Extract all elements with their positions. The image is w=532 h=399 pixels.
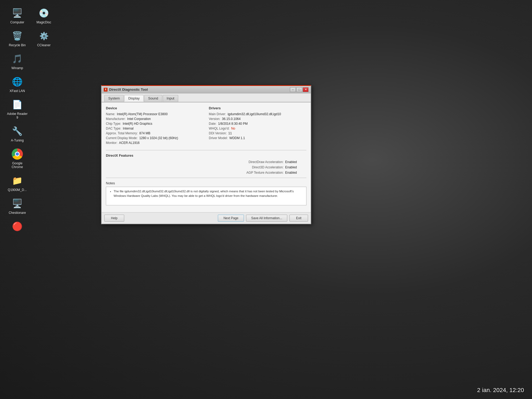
datetime-display: 2 ian. 2024, 12:20 [477,387,524,394]
feature-directdraw-row: DirectDraw Acceleration: Enabled [106,160,306,164]
device-memory-value: 874 MB [139,131,203,135]
desktop-icon-atuning[interactable]: 🔧 A-Tuning [5,123,29,144]
dialog-title-text: DirectX Diagnostic Tool [109,88,148,92]
device-displaymode-value: 1280 x 1024 (32 bit) (60Hz) [139,136,203,140]
device-chiptype-label: Chip Type: [106,122,121,126]
driver-maindriver-row: Main Driver: igdumdim32.dll,igd10iumd32.… [209,112,306,116]
dialog-content: Device Name: Intel(R) Atom(TM) Processor… [102,102,311,212]
feature-agp-label: AGP Texture Acceleration: [230,171,284,174]
desktop-icon-winamp[interactable]: 🎵 Winamp [5,51,29,71]
driver-date-row: Date: 1/8/2014 8:30:40 PM [209,122,306,126]
desktop-icon-chrome[interactable]: Google Chrome [5,146,29,170]
directx-title-icon: X [104,88,107,92]
device-manufacturer-row: Manufacturer: Intel Corporation [106,117,203,121]
device-section-title: Device [106,106,203,110]
device-dactype-value: Internal [123,127,203,130]
drivers-section-title: Drivers [209,106,306,110]
tab-system[interactable]: System [104,95,124,102]
desktop-icon-recycle[interactable]: 🗑️ Recycle Bin [5,28,29,48]
device-name-row: Name: Intel(R) Atom(TM) Processor E3800 [106,112,203,116]
feature-direct3d-row: Direct3D Acceleration: Enabled [106,165,306,169]
driver-model-value: WDDM 1.1 [229,136,306,140]
q1900-icon: 📁 [11,174,24,187]
device-memory-label: Approx. Total Memory: [106,131,138,135]
feature-direct3d-value: Enabled [285,165,306,169]
driver-ddi-label: DDI Version: [209,131,227,135]
minimize-button[interactable]: − [290,87,296,92]
driver-version-value: 36.15.0.1064 [222,117,306,121]
feature-directdraw-value: Enabled [285,160,306,164]
desktop-icon-computer[interactable]: 🖥️ Computer [5,5,29,26]
chrome-icon [11,148,24,160]
driver-version-row: Version: 36.15.0.1064 [209,117,306,121]
desktop-icon-magicdisc[interactable]: 💿 MagicDisc [32,5,56,26]
device-dactype-label: DAC Type: [106,127,121,130]
magicdisc-label: MagicDisc [36,20,51,24]
dialog-controls: − □ ✕ [290,87,309,92]
chestionare-icon: 🖥️ [11,197,24,210]
xfastlan-label: XFast LAN [10,89,25,93]
feature-direct3d-label: Direct3D Acceleration: [230,165,284,169]
save-all-button[interactable]: Save All Information... [246,215,287,222]
device-monitor-row: Monitor: ACER AL1916 [106,141,203,145]
exit-button[interactable]: Exit [289,215,308,222]
directx-features-title: DirectX Features [106,153,306,157]
help-button[interactable]: Help [104,215,124,222]
notes-section: Notes The file igdumdim32.dll,igd10iumd3… [106,181,306,205]
next-page-button[interactable]: Next Page [218,215,244,222]
device-displaymode-row: Current Display Mode: 1280 x 1024 (32 bi… [106,136,203,140]
recycle-label: Recycle Bin [9,43,26,47]
device-drivers-section: Device Name: Intel(R) Atom(TM) Processor… [106,106,306,146]
device-chiptype-row: Chip Type: Intel(R) HD Graphics [106,122,203,126]
ccleaner-icon: ⚙️ [38,30,50,42]
device-displaymode-label: Current Display Mode: [106,136,138,140]
driver-ddi-value: 11 [228,131,306,135]
device-name-value: Intel(R) Atom(TM) Processor E3800 [117,112,203,116]
device-manufacturer-value: Intel Corporation [127,117,203,121]
driver-whql-value: No [231,127,306,130]
feature-agp-row: AGP Texture Acceleration: Enabled [106,171,306,174]
desktop-icon-adobe[interactable]: 📄 Adobe Reader 9 [5,97,29,121]
adobe-label: Adobe Reader 9 [7,112,28,119]
dialog-title-left: X DirectX Diagnostic Tool [104,88,148,92]
tab-display[interactable]: Display [124,95,144,102]
close-button[interactable]: ✕ [303,87,309,92]
notes-title: Notes [106,181,306,185]
atuning-icon: 🔧 [11,125,24,138]
desktop-icon-chestionare[interactable]: 🖥️ Chestionare [5,196,29,216]
device-column: Device Name: Intel(R) Atom(TM) Processor… [106,106,203,146]
desktop-icons: 🖥️ Computer 💿 MagicDisc 🗑️ Recycle Bin ⚙… [5,5,56,235]
drivers-column: Drivers Main Driver: igdumdim32.dll,igd1… [209,106,306,146]
dialog-buttons: Help Next Page Save All Information... E… [102,212,311,224]
device-chiptype-value: Intel(R) HD Graphics [123,122,203,126]
driver-maindriver-value: igdumdim32.dll,igd10iumd32.dll,igd10 [228,112,306,116]
driver-maindriver-label: Main Driver: [209,112,226,116]
feature-agp-value: Enabled [285,171,306,174]
bottom-icon: 🔴 [11,220,24,233]
notes-text: The file igdumdim32.dll,igd10iumd32.dll,… [114,189,303,198]
device-memory-row: Approx. Total Memory: 874 MB [106,131,203,135]
directx-dialog: X DirectX Diagnostic Tool − □ ✕ System D… [101,85,311,224]
desktop-icon-ccleaner[interactable]: ⚙️ CCleaner [32,28,56,48]
divider-1 [106,150,306,150]
atuning-label: A-Tuning [11,139,24,142]
device-name-label: Name: [106,112,115,116]
desktop-icon-xfastlan[interactable]: 🌐 XFast LAN [5,74,29,94]
xfastlan-icon: 🌐 [11,75,24,88]
tab-sound[interactable]: Sound [144,95,162,102]
driver-ddi-row: DDI Version: 11 [209,131,306,135]
driver-version-label: Version: [209,117,220,121]
desktop-icon-q1900[interactable]: 📁 Q1900M_D... [5,173,29,193]
directx-features-section: DirectX Features DirectDraw Acceleration… [106,153,306,174]
magicdisc-icon: 💿 [38,7,50,19]
dialog-titlebar: X DirectX Diagnostic Tool − □ ✕ [102,86,311,93]
driver-model-label: Driver Model: [209,136,228,140]
recycle-icon: 🗑️ [11,30,24,42]
tab-input[interactable]: Input [163,95,178,102]
driver-whql-row: WHQL Logo'd: No [209,127,306,130]
maximize-button[interactable]: □ [296,87,302,92]
desktop-icon-bottom[interactable]: 🔴 [5,219,29,235]
dialog-tabs: System Display Sound Input [102,93,311,102]
computer-label: Computer [10,20,24,24]
desktop: 🖥️ Computer 💿 MagicDisc 🗑️ Recycle Bin ⚙… [0,0,532,399]
